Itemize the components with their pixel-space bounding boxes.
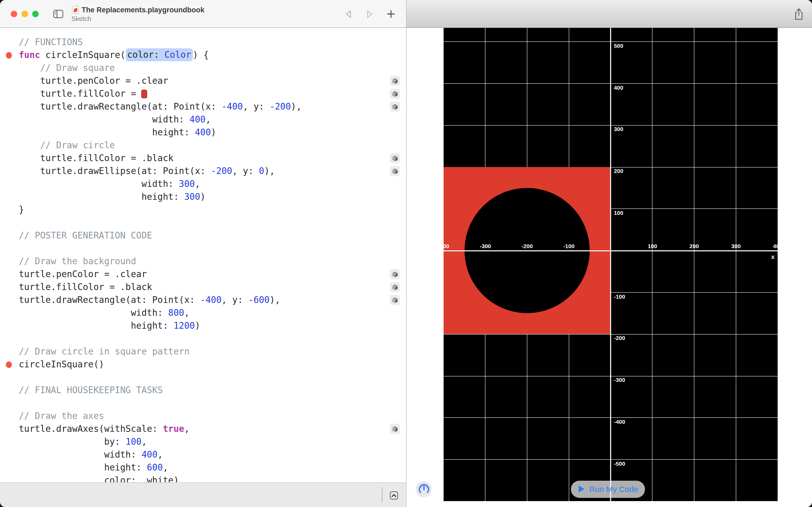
code-token: , [158,449,163,459]
code-line[interactable]: width: 300, [19,177,406,190]
forward-button[interactable] [363,7,376,20]
show-result-cube-button[interactable] [390,166,400,176]
sidebar-toggle-icon[interactable] [53,10,63,18]
code-token: , [163,462,168,472]
editor-bottom-bar [0,482,406,507]
code-token: turtle.fillColor = [19,88,141,99]
window-subtitle: Sketch [71,15,91,22]
code-line[interactable]: turtle.drawAxes(withScale: true, [19,422,406,435]
code-token: -400 [222,101,243,111]
code-line[interactable] [19,216,406,229]
code-token: Color [165,48,193,61]
code-line[interactable]: color: .white) [19,474,406,482]
code-token: // Draw circle [19,140,115,150]
code-line[interactable]: // Draw square [19,61,406,74]
bottom-bar-separator [382,487,383,502]
code-line[interactable]: height: 1200) [19,319,406,332]
y-axis-tick-label: -300 [614,377,625,383]
breakpoint-indicator[interactable] [6,361,11,368]
expand-panel-button[interactable] [390,492,398,499]
code-token: 400 [141,449,158,459]
x-axis-tick-label: -300 [480,243,491,249]
code-token: 400 [189,114,206,124]
code-line[interactable]: height: 400) [19,126,406,139]
code-line[interactable]: turtle.fillColor = [19,87,406,100]
code-line[interactable]: circleInSquare() [19,358,406,371]
code-line[interactable]: width: 800, [19,306,406,319]
code-line[interactable]: // FINAL HOUSEKEEPING TASKS [19,384,406,397]
code-editor-panel[interactable]: // FUNCTIONSfunc circleInSquare(color: C… [0,28,406,482]
zoom-button[interactable] [32,11,39,17]
code-line[interactable]: turtle.drawEllipse(at: Point(x: -200, y:… [19,165,406,177]
run-speed-button[interactable] [416,481,432,497]
code-token: ) [195,320,200,331]
code-token: , y: [222,295,248,305]
gridline-vertical [652,28,653,501]
split-divider[interactable] [406,0,407,507]
code-line[interactable]: by: 100, [19,435,406,448]
color-literal-swatch[interactable] [141,90,148,98]
show-result-cube-button[interactable] [390,269,400,279]
code-token: 0 [259,166,264,176]
code-token: circleInSquare() [19,359,104,369]
breakpoint-indicator[interactable] [6,52,11,59]
code-line[interactable]: turtle.penColor = .clear [19,74,406,87]
x-axis-tick-label: -100 [563,243,575,249]
code-line[interactable]: } [19,203,406,216]
code-token: height: [19,191,184,202]
code-token: turtle.drawRectangle(at: Point(x: [19,101,222,111]
code-line[interactable]: // Draw circle [19,139,406,152]
code-token: ) { [193,50,209,60]
close-button[interactable] [11,11,17,17]
code-token: // FUNCTIONS [19,37,83,47]
code-token: ), [264,166,275,176]
code-token: width: [19,449,141,459]
back-button[interactable] [342,7,355,20]
run-my-code-button[interactable]: Run My Code [571,481,645,498]
code-token: 800 [168,307,184,318]
code-line[interactable]: turtle.penColor = .clear [19,268,406,281]
minimize-button[interactable] [21,11,28,17]
live-view-panel: 500400300200100-100-200-300-400-500-400-… [407,28,812,507]
code-line[interactable]: turtle.drawRectangle(at: Point(x: -400, … [19,100,406,113]
code-token: ), [291,101,301,111]
gridline-vertical [736,28,736,501]
code-line[interactable]: // Draw the axes [19,409,406,422]
code-line[interactable]: // POSTER GENERATION CODE [19,229,406,242]
code-line[interactable]: // FUNCTIONS [19,36,406,49]
code-line[interactable]: func circleInSquare(color: Color) { [19,49,406,61]
share-icon[interactable] [792,7,806,21]
code-line[interactable]: turtle.drawRectangle(at: Point(x: -400, … [19,293,406,306]
code-line[interactable] [19,332,406,345]
code-token: width: [19,114,189,124]
code-token: , y: [232,166,259,176]
show-result-cube-button[interactable] [390,153,400,163]
show-result-cube-button[interactable] [390,424,400,434]
code-line[interactable]: height: 600, [19,461,406,474]
code-token: 100 [125,436,141,447]
code-token: ), [270,295,280,305]
code-line[interactable]: width: 400, [19,448,406,461]
y-axis-tick-label: 100 [614,210,623,216]
y-axis-tick-label: -200 [614,335,625,341]
code-token: 300 [184,191,200,202]
code-line[interactable]: turtle.fillColor = .black [19,281,406,293]
show-result-cube-button[interactable] [390,76,400,86]
code-line[interactable]: height: 300) [19,190,406,203]
code-line[interactable]: // Draw circle in square pattern [19,345,406,358]
code-line[interactable] [19,371,406,384]
code-line[interactable]: // Draw the background [19,255,406,268]
app-stage: The Replacements.playgroundbook Sketch [0,0,812,507]
code-line[interactable] [19,242,406,255]
code-line[interactable]: turtle.fillColor = .black [19,152,406,165]
x-axis-tick-label: 300 [731,243,741,249]
add-page-button[interactable] [385,7,397,20]
x-axis-tick-label: -400 [444,243,449,249]
show-result-cube-button[interactable] [390,89,400,99]
code-line[interactable]: width: 400, [19,113,406,126]
show-result-cube-button[interactable] [390,102,400,112]
show-result-cube-button[interactable] [390,295,400,305]
code-line[interactable] [19,397,406,409]
code-token: ) [211,127,216,137]
show-result-cube-button[interactable] [390,282,400,292]
